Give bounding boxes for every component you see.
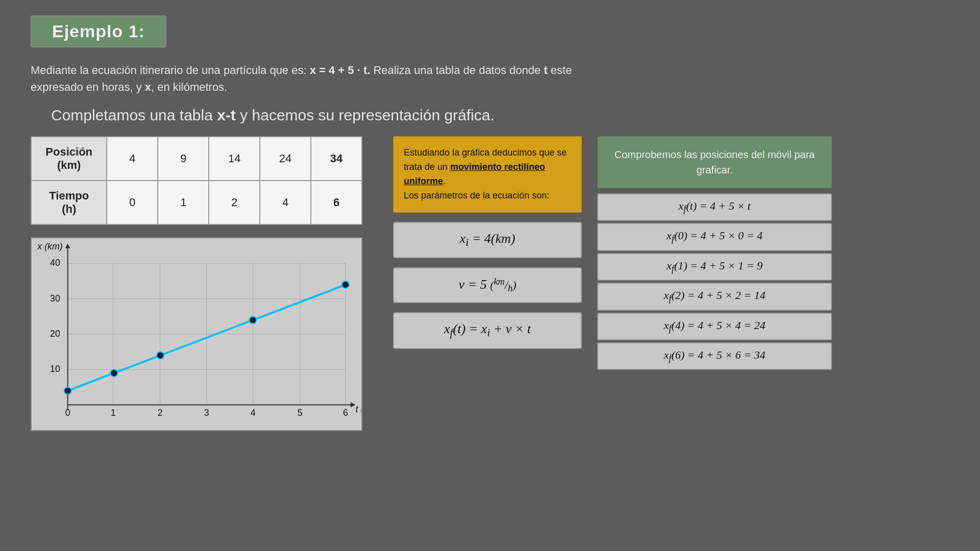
svg-text:4: 4 — [251, 408, 256, 418]
time-val-1: 0 — [107, 181, 158, 224]
time-val-5: 6 — [311, 181, 362, 224]
pos-val-3: 14 — [209, 137, 260, 181]
left-column: Posición(km) 4 9 14 24 34 Tiempo (h) 0 1… — [31, 136, 378, 431]
formula-xi-text: xi = 4(km) — [460, 231, 516, 249]
subtitle-pre: Completamos una tabla — [51, 107, 217, 123]
calc-text-2: xf(0) = 4 + 5 × 0 = 4 — [667, 229, 763, 244]
svg-text:20: 20 — [50, 329, 60, 339]
formula-v-text: v = 5 (km/h) — [459, 277, 517, 294]
svg-text:2: 2 — [158, 408, 163, 418]
calc-box-4: xf(2) = 4 + 5 × 2 = 14 — [597, 283, 832, 310]
formula-xft-text: xf(t) = xi + v × t — [444, 321, 531, 339]
green-header-text: Comprobemos las posiciones del móvil par… — [615, 149, 815, 176]
calc-text-5: xf(4) = 4 + 5 × 4 = 24 — [664, 319, 766, 334]
position-header: Posición(km) — [31, 137, 107, 181]
calc-text-4: xf(2) = 4 + 5 × 2 = 14 — [664, 289, 766, 304]
svg-text:0: 0 — [65, 408, 70, 418]
svg-text:40: 40 — [50, 258, 60, 268]
formula-v: v = 5 (km/h) — [393, 267, 582, 304]
page-container: Ejemplo 1: Mediante la ecuación itinerar… — [0, 0, 980, 551]
intro-line1-post: Realiza una tabla de datos donde — [370, 64, 544, 77]
intro-line2-post: , en kilómetros. — [151, 81, 227, 93]
table-row-time: Tiempo (h) 0 1 2 4 6 — [31, 181, 362, 224]
intro-equation: x = 4 + 5 · t. — [310, 64, 371, 77]
table-row-position: Posición(km) 4 9 14 24 34 — [31, 137, 362, 181]
svg-text:t (h): t (h) — [356, 404, 361, 414]
svg-text:x (km): x (km) — [37, 241, 62, 252]
svg-text:3: 3 — [204, 408, 209, 418]
intro-x: x — [145, 81, 151, 93]
intro-t: t — [544, 64, 547, 77]
middle-column: Estudiando la gráfica deducimos que se t… — [393, 136, 582, 349]
info-box-yellow: Estudiando la gráfica deducimos que se t… — [393, 136, 582, 213]
green-header-box: Comprobemos las posiciones del móvil par… — [597, 136, 832, 188]
calc-box-5: xf(4) = 4 + 5 × 4 = 24 — [597, 313, 832, 340]
pos-val-5: 34 — [311, 137, 362, 181]
time-header: Tiempo (h) — [31, 181, 107, 224]
calc-text-6: xf(6) = 4 + 5 × 6 = 34 — [664, 348, 766, 364]
title-text: Ejemplo 1: — [52, 21, 145, 41]
calc-box-6: xf(6) = 4 + 5 × 6 = 34 — [597, 342, 832, 370]
pos-val-1: 4 — [107, 137, 158, 181]
formula-xi: xi = 4(km) — [393, 222, 582, 258]
svg-text:5: 5 — [298, 408, 303, 418]
svg-text:30: 30 — [50, 293, 60, 304]
svg-text:10: 10 — [50, 364, 60, 374]
calc-box-3: xf(1) = 4 + 5 × 1 = 9 — [597, 253, 832, 281]
formula-xft: xf(t) = xi + v × t — [393, 312, 582, 348]
data-table: Posición(km) 4 9 14 24 34 Tiempo (h) 0 1… — [31, 136, 362, 225]
calc-text-1: xf(t) = 4 + 5 × t — [678, 199, 750, 215]
calc-box-1: xf(t) = 4 + 5 × t — [597, 193, 832, 221]
time-val-3: 2 — [209, 181, 260, 224]
time-val-2: 1 — [158, 181, 209, 224]
svg-point-32 — [110, 369, 117, 377]
time-val-4: 4 — [260, 181, 311, 224]
calc-text-3: xf(1) = 4 + 5 × 1 = 9 — [667, 259, 763, 274]
subtitle-xt: x-t — [217, 107, 236, 123]
svg-text:1: 1 — [111, 408, 116, 418]
graph-container: 0 1 2 3 4 5 6 10 20 30 40 t (h) x (km) — [31, 237, 362, 431]
pos-val-4: 24 — [260, 137, 311, 181]
svg-point-31 — [64, 387, 71, 394]
subtitle: Completamos una tabla x-t y hacemos su r… — [51, 107, 949, 124]
intro-line1-pre: Mediante la ecuación itinerario de una p… — [31, 64, 310, 77]
calc-box-2: xf(0) = 4 + 5 × 0 = 4 — [597, 223, 832, 251]
svg-text:6: 6 — [343, 408, 348, 418]
main-layout: Posición(km) 4 9 14 24 34 Tiempo (h) 0 1… — [31, 136, 949, 431]
right-column: Comprobemos las posiciones del móvil par… — [597, 136, 832, 372]
intro-line1-post2: este — [548, 64, 572, 77]
title-box: Ejemplo 1: — [31, 15, 166, 47]
svg-point-33 — [157, 352, 164, 359]
pos-val-2: 9 — [158, 137, 209, 181]
svg-point-35 — [342, 281, 349, 288]
svg-point-34 — [250, 316, 257, 323]
graph-svg: 0 1 2 3 4 5 6 10 20 30 40 t (h) x (km) — [32, 238, 361, 430]
intro-paragraph: Mediante la ecuación itinerario de una p… — [31, 62, 745, 95]
intro-line2-pre: expresado en horas, y — [31, 81, 145, 93]
subtitle-post: y hacemos su representación gráfica. — [236, 107, 495, 123]
